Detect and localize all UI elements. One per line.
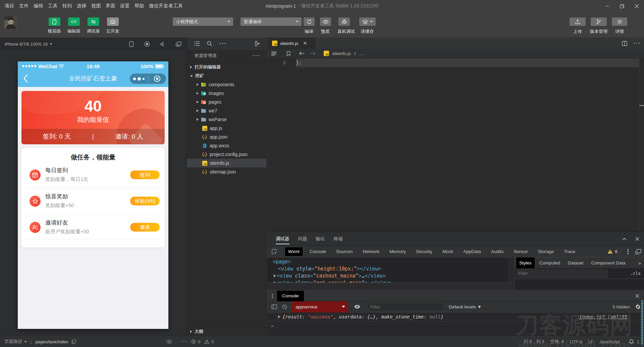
breadcrumb-file[interactable]: siteinfo.js	[332, 51, 351, 56]
tab-problems[interactable]: 问题	[298, 232, 307, 246]
clear-console-icon[interactable]	[282, 304, 287, 309]
more-icon[interactable]: ···	[219, 41, 227, 47]
editor-toggle-button[interactable]: 编辑器	[64, 17, 84, 34]
devtools-tab-audits[interactable]: Audits	[488, 247, 507, 256]
remote-debug-button[interactable]	[338, 17, 350, 26]
clear-cache-button[interactable]	[359, 17, 376, 26]
cursor-position[interactable]: 行 8，列 3	[524, 339, 544, 345]
console-levels-select[interactable]: Default levels ▼	[449, 304, 482, 309]
tree-item-sitemap-json[interactable]: sitemap.json	[187, 167, 266, 176]
menu-item-view[interactable]: 视图	[91, 3, 101, 9]
tree-item-app-wxss[interactable]: app.wxss	[187, 141, 266, 150]
simulator-toggle-button[interactable]: 模拟器	[45, 17, 64, 34]
remote-debug-label[interactable]: 真机调试	[337, 29, 355, 35]
tree-item-siteinfo-js[interactable]: JS siteinfo.js	[187, 159, 266, 167]
file-list-icon[interactable]	[194, 41, 200, 46]
page-path-label[interactable]: 页面路径	[5, 339, 22, 345]
chevron-up-icon[interactable]	[622, 238, 627, 240]
version-control-label[interactable]: 版本管理	[590, 29, 607, 35]
more-icon[interactable]: ···	[633, 40, 641, 46]
encoding[interactable]: UTF-8	[570, 339, 582, 344]
menu-item-project[interactable]: 项目	[5, 3, 14, 9]
exit-miniapp-button[interactable]	[148, 76, 166, 82]
maximize-button[interactable]	[614, 0, 629, 12]
devtools-tab-sensor[interactable]: Sensor	[511, 247, 531, 256]
editor-scrollbar-thumb[interactable]	[639, 105, 644, 106]
details-button[interactable]	[612, 17, 627, 26]
tab-output[interactable]: 输出	[316, 232, 325, 246]
minimize-button[interactable]	[600, 0, 614, 12]
details-label[interactable]: 详情	[615, 29, 624, 35]
page-path-value[interactable]: pages/task/index	[35, 339, 68, 344]
sidebar-toggle-icon[interactable]	[271, 304, 277, 309]
eol-setting[interactable]: LF	[588, 339, 593, 344]
console-logs[interactable]: {result: "success", userdata: {…}, make_…	[267, 312, 644, 336]
wxml-node-page[interactable]: <page>	[267, 258, 508, 265]
tab-dataset[interactable]: Dataset	[565, 257, 587, 268]
record-button[interactable]	[139, 41, 155, 47]
devtools-tab-mock[interactable]: Mock	[439, 247, 456, 256]
bell-icon[interactable]	[629, 339, 634, 344]
kebab-menu-icon[interactable]	[627, 249, 629, 254]
compile-label[interactable]: 编译	[305, 29, 313, 35]
multi-window-button[interactable]	[171, 42, 186, 47]
statusbar-problems[interactable]: 0 0	[191, 336, 214, 347]
wxml-hscrollbar[interactable]	[267, 283, 514, 290]
tab-terminal[interactable]: 终端	[334, 232, 343, 246]
menu-item-select[interactable]: 选择	[77, 3, 87, 9]
outline-list-icon[interactable]	[271, 51, 277, 56]
wxml-tree[interactable]: <page> <view style="height:10px;"></view…	[267, 258, 508, 283]
experience-button[interactable]: 体验(0/5)	[130, 197, 160, 205]
devtools-tab-sources[interactable]: Sources	[333, 247, 356, 256]
undock-icon[interactable]	[635, 249, 641, 254]
upload-label[interactable]: 上传	[573, 29, 582, 35]
eye-icon[interactable]	[354, 304, 361, 309]
console-context-select[interactable]: appservice	[292, 301, 348, 312]
debugger-toggle-button[interactable]: 调试器	[84, 17, 103, 34]
more-icon[interactable]: ···	[181, 339, 187, 344]
version-control-button[interactable]	[591, 17, 607, 26]
menu-item-file[interactable]: 文件	[19, 3, 29, 9]
collapse-sidebar-icon[interactable]	[255, 41, 260, 46]
section-open-editors[interactable]: 打开的编辑器	[187, 63, 266, 71]
clear-cache-label[interactable]: 清缓存	[361, 29, 374, 35]
tab-styles[interactable]: Styles	[516, 257, 535, 268]
devtools-tab-console[interactable]: Console	[307, 247, 329, 256]
invite-button[interactable]: 邀请	[130, 223, 160, 232]
eye-icon[interactable]	[166, 340, 172, 344]
language-mode[interactable]: JavaScript	[599, 339, 620, 344]
search-icon[interactable]	[207, 41, 212, 46]
hidden-count[interactable]: 5 hidden	[612, 304, 630, 309]
close-tab-icon[interactable]: ✕	[303, 40, 307, 46]
breadcrumb-more[interactable]: ...	[359, 51, 363, 56]
mode-select[interactable]: 小程序模式	[173, 17, 233, 26]
devtools-tab-appdata[interactable]: AppData	[460, 247, 484, 256]
tree-item-we7[interactable]: we7	[187, 106, 266, 115]
more-tabs-icon[interactable]: »	[635, 257, 644, 268]
copy-icon[interactable]	[71, 339, 76, 344]
sound-button[interactable]	[155, 42, 171, 47]
devtools-tab-memory[interactable]: Memory	[386, 247, 409, 256]
menu-item-tools[interactable]: 工具	[48, 3, 58, 9]
menu-item-help[interactable]: 帮助	[135, 3, 144, 9]
cls-toggle[interactable]: .cls	[630, 271, 641, 276]
menu-item-settings[interactable]: 设置	[120, 3, 130, 9]
bookmark-icon[interactable]	[286, 51, 290, 56]
console-filter-input[interactable]	[367, 303, 444, 311]
preview-button[interactable]	[320, 17, 331, 26]
code-area[interactable]: 8 } ;	[267, 58, 644, 232]
devtools-tab-storage[interactable]: Storage	[535, 247, 557, 256]
inspect-icon[interactable]	[272, 249, 277, 254]
tab-component-data[interactable]: Component Data	[588, 257, 629, 268]
log-source-link[interactable]: index.js? [sm]:55	[579, 314, 627, 319]
section-project-root[interactable]: 挖矿	[187, 71, 266, 80]
expand-arrow-icon[interactable]	[278, 315, 280, 318]
tree-item-wxparse[interactable]: wxParse	[187, 115, 266, 124]
tree-item-images[interactable]: images	[187, 89, 266, 98]
forward-arrow-icon[interactable]	[310, 51, 316, 55]
back-icon[interactable]	[23, 74, 28, 83]
back-arrow-icon[interactable]	[299, 51, 305, 55]
wxml-node-view-style[interactable]: <view style="height:10px;"></view>	[267, 265, 508, 272]
tree-item-app-json[interactable]: app.json	[187, 133, 266, 141]
wxml-node-cashout[interactable]: <view class="cashout_maina">…</view>	[267, 272, 508, 279]
